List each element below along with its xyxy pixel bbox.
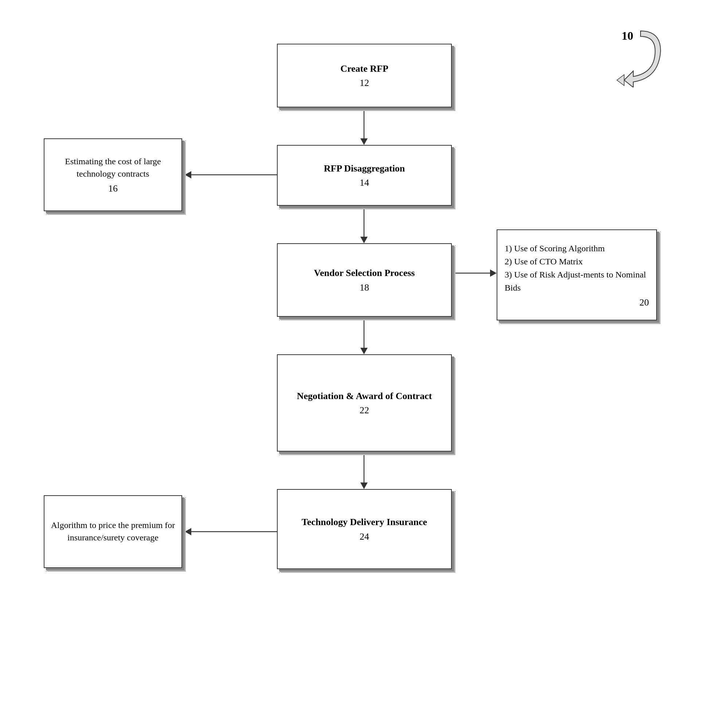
- algorithm-box: Algorithm to price the premium for insur…: [44, 495, 182, 568]
- create-rfp-number: 12: [360, 78, 369, 88]
- estimating-text: Estimating the cost of large technology …: [50, 155, 176, 180]
- create-rfp-box: Create RFP 12: [277, 44, 452, 107]
- estimating-box: Estimating the cost of large technology …: [44, 139, 182, 211]
- vendor-selection-number: 18: [360, 282, 369, 293]
- svg-marker-7: [360, 482, 368, 489]
- technology-delivery-number: 24: [360, 531, 369, 542]
- vendor-tools-line3: 3) Use of Risk Adjust-ments to Nominal B…: [505, 268, 649, 294]
- rfp-disaggregation-number: 14: [360, 178, 369, 188]
- svg-marker-11: [490, 270, 496, 277]
- technology-delivery-title: Technology Delivery Insurance: [302, 516, 427, 528]
- diagram-container: 10 Create RFP 12 RFP Disaggregation 14 E…: [0, 0, 728, 713]
- rfp-disaggregation-box: RFP Disaggregation 14: [277, 145, 452, 206]
- return-arrow-icon: [604, 29, 662, 87]
- negotiation-number: 22: [360, 405, 369, 416]
- vendor-selection-box: Vendor Selection Process 18: [277, 243, 452, 317]
- negotiation-box: Negotiation & Award of Contract 22: [277, 354, 452, 452]
- technology-delivery-box: Technology Delivery Insurance 24: [277, 489, 452, 569]
- svg-marker-14: [617, 75, 624, 86]
- estimating-number: 16: [108, 183, 118, 194]
- vendor-tools-line1: 1) Use of Scoring Algorithm: [505, 242, 649, 255]
- vendor-tools-number: 20: [505, 297, 649, 308]
- vendor-selection-title: Vendor Selection Process: [314, 267, 415, 279]
- vendor-tools-box: 1) Use of Scoring Algorithm 2) Use of CT…: [496, 230, 657, 321]
- negotiation-title: Negotiation & Award of Contract: [297, 390, 432, 403]
- svg-marker-9: [185, 171, 191, 178]
- svg-marker-3: [360, 237, 368, 243]
- svg-marker-1: [360, 139, 368, 145]
- svg-marker-5: [360, 348, 368, 354]
- rfp-disaggregation-title: RFP Disaggregation: [324, 163, 405, 175]
- vendor-tools-line2: 2) Use of CTO Matrix: [505, 255, 649, 268]
- svg-marker-13: [185, 528, 191, 535]
- create-rfp-title: Create RFP: [340, 63, 389, 75]
- algorithm-text: Algorithm to price the premium for insur…: [50, 519, 176, 544]
